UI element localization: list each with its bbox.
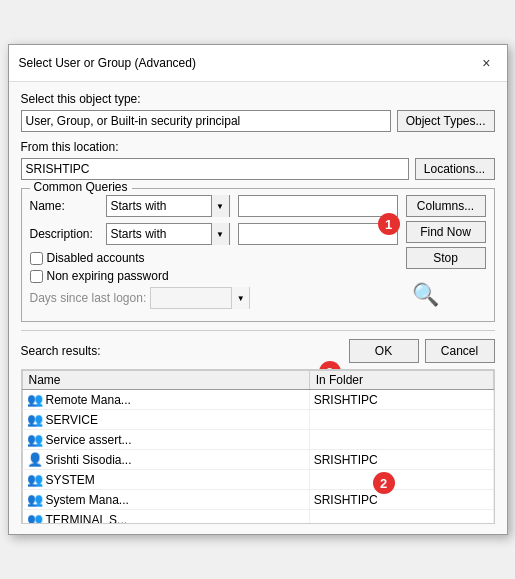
table-row[interactable]: 👥SERVICE	[22, 410, 493, 430]
common-queries-title: Common Queries	[30, 180, 132, 194]
col-name[interactable]: Name	[22, 371, 309, 390]
cell-name: 👥SERVICE	[22, 410, 309, 430]
query-buttons: Columns... Find Now 1 Stop 🔍	[406, 195, 486, 313]
cell-name: 👥SYSTEM	[22, 470, 309, 490]
results-table: Name In Folder 👥Remote Mana... SRISHTIPC…	[22, 370, 494, 524]
row-icon: 👥	[27, 492, 43, 507]
table-row[interactable]: 👥System Mana... SRISHTIPC	[22, 490, 493, 510]
desc-combo-arrow[interactable]: ▼	[211, 223, 229, 245]
cell-folder	[309, 430, 493, 450]
row-icon: 👥	[27, 432, 43, 447]
table-row[interactable]: 👤Srishti Sisodia... SRISHTIPC	[22, 450, 493, 470]
dialog-title: Select User or Group (Advanced)	[19, 56, 196, 70]
table-row[interactable]: 👥Service assert...	[22, 430, 493, 450]
cell-name: 👥Service assert...	[22, 430, 309, 450]
name-value-input[interactable]	[238, 195, 398, 217]
days-combo[interactable]: ▼	[150, 287, 250, 309]
cell-name: 👤Srishti Sisodia...	[22, 450, 309, 470]
disabled-accounts-row: Disabled accounts	[30, 251, 398, 265]
search-icon-button[interactable]: 🔍	[406, 277, 446, 313]
results-scroll[interactable]: Name In Folder 👥Remote Mana... SRISHTIPC…	[21, 369, 495, 524]
row-icon: 👥	[27, 512, 43, 524]
results-label: Search results:	[21, 339, 343, 363]
location-input[interactable]	[21, 158, 409, 180]
cell-folder	[309, 470, 493, 490]
non-expiring-checkbox[interactable]	[30, 270, 43, 283]
name-combo-arrow[interactable]: ▼	[211, 195, 229, 217]
select-user-dialog: Select User or Group (Advanced) × Select…	[8, 44, 508, 535]
desc-starts-with-combo[interactable]: Starts with ▼	[106, 223, 230, 245]
annotation-2: 2	[373, 472, 395, 494]
cell-name: 👥TERMINAL S...	[22, 510, 309, 525]
common-queries-group: Common Queries Name: Starts with ▼ Des	[21, 188, 495, 322]
separator	[21, 330, 495, 331]
title-bar: Select User or Group (Advanced) ×	[9, 45, 507, 82]
ok-button[interactable]: OK	[349, 339, 419, 363]
columns-button[interactable]: Columns...	[406, 195, 486, 217]
name-starts-with-combo[interactable]: Starts with ▼	[106, 195, 230, 217]
annotation-1: 1	[378, 213, 400, 235]
close-button[interactable]: ×	[476, 53, 496, 73]
stop-button[interactable]: Stop	[406, 247, 486, 269]
cell-folder: SRISHTIPC	[309, 490, 493, 510]
desc-row: Description: Starts with ▼	[30, 223, 398, 245]
days-row: Days since last logon: ▼	[30, 287, 398, 309]
row-icon: 👥	[27, 392, 43, 407]
cell-folder	[309, 410, 493, 430]
name-row: Name: Starts with ▼	[30, 195, 398, 217]
name-combo-text: Starts with	[107, 199, 211, 213]
desc-value-input[interactable]	[238, 223, 398, 245]
disabled-accounts-label: Disabled accounts	[47, 251, 145, 265]
row-icon: 👤	[27, 452, 43, 467]
name-label: Name:	[30, 199, 102, 213]
disabled-accounts-checkbox[interactable]	[30, 252, 43, 265]
location-label: From this location:	[21, 140, 495, 154]
desc-label: Description:	[30, 227, 102, 241]
row-icon: 👥	[27, 412, 43, 427]
table-row[interactable]: 👥Remote Mana... SRISHTIPC	[22, 390, 493, 410]
days-label: Days since last logon:	[30, 291, 147, 305]
cell-name: 👥System Mana...	[22, 490, 309, 510]
object-types-button[interactable]: Object Types...	[397, 110, 495, 132]
cell-folder	[309, 510, 493, 525]
cell-folder: SRISHTIPC	[309, 450, 493, 470]
object-type-input[interactable]	[21, 110, 391, 132]
table-row[interactable]: 👥SYSTEM	[22, 470, 493, 490]
table-row[interactable]: 👥TERMINAL S...	[22, 510, 493, 525]
row-icon: 👥	[27, 472, 43, 487]
object-type-label: Select this object type:	[21, 92, 495, 106]
find-now-button[interactable]: Find Now	[406, 221, 486, 243]
cell-folder: SRISHTIPC	[309, 390, 493, 410]
non-expiring-label: Non expiring password	[47, 269, 169, 283]
col-folder[interactable]: In Folder	[309, 371, 493, 390]
cell-name: 👥Remote Mana...	[22, 390, 309, 410]
cancel-button[interactable]: Cancel	[425, 339, 495, 363]
days-arrow[interactable]: ▼	[231, 287, 249, 309]
locations-button[interactable]: Locations...	[415, 158, 495, 180]
desc-combo-text: Starts with	[107, 227, 211, 241]
action-row: Search results: OK 3 Cancel	[21, 339, 495, 363]
non-expiring-row: Non expiring password	[30, 269, 398, 283]
